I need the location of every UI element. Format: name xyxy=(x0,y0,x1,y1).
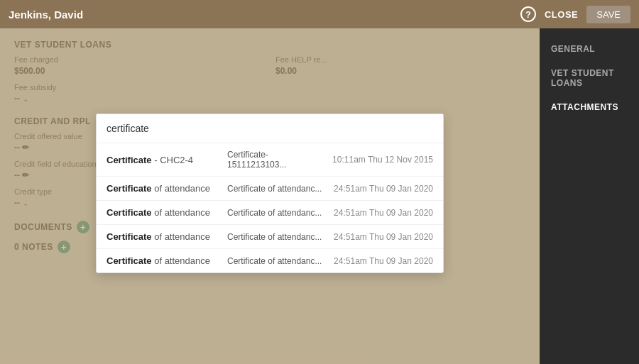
close-button[interactable]: CLOSE xyxy=(545,9,578,20)
header-actions: ? CLOSE SAVE xyxy=(520,6,630,23)
item-filename: Certificate-15111213103... xyxy=(220,150,332,170)
autocomplete-item[interactable]: Certificate of attendanceCertificate of … xyxy=(97,177,443,201)
item-filename: Certificate of attendanc... xyxy=(220,256,334,266)
sidebar-item-vet-student-loans[interactable]: VET STUDENT LOANS xyxy=(540,62,639,94)
item-name: Certificate of attendance xyxy=(106,183,220,194)
item-date: 24:51am Thu 09 Jan 2020 xyxy=(334,256,433,266)
autocomplete-item[interactable]: Certificate - CHC2-4Certificate-15111213… xyxy=(97,143,443,177)
autocomplete-container: Certificate - CHC2-4Certificate-15111213… xyxy=(96,114,444,273)
sidebar: GENERAL VET STUDENT LOANS ATTACHMENTS xyxy=(540,28,639,364)
search-input[interactable] xyxy=(97,114,443,143)
autocomplete-item[interactable]: Certificate of attendanceCertificate of … xyxy=(97,249,443,272)
item-date: 24:51am Thu 09 Jan 2020 xyxy=(334,184,433,194)
autocomplete-item[interactable]: Certificate of attendanceCertificate of … xyxy=(97,225,443,249)
page-title: Jenkins, David xyxy=(9,9,83,21)
help-icon[interactable]: ? xyxy=(520,6,536,22)
main-layout: VET STUDENT LOANS Fee charged $500.00 Fe… xyxy=(0,28,639,364)
autocomplete-item[interactable]: Certificate of attendanceCertificate of … xyxy=(97,201,443,225)
save-button[interactable]: SAVE xyxy=(586,6,630,23)
item-date: 24:51am Thu 09 Jan 2020 xyxy=(334,208,433,218)
item-filename: Certificate of attendanc... xyxy=(220,184,334,194)
item-name: Certificate - CHC2-4 xyxy=(106,155,220,165)
header: Jenkins, David ? CLOSE SAVE xyxy=(0,0,639,28)
item-filename: Certificate of attendanc... xyxy=(220,208,334,218)
item-filename: Certificate of attendanc... xyxy=(220,232,334,242)
item-date: 10:11am Thu 12 Nov 2015 xyxy=(332,155,433,165)
item-name: Certificate of attendance xyxy=(106,231,220,242)
item-name: Certificate of attendance xyxy=(106,255,220,266)
sidebar-item-general[interactable]: GENERAL xyxy=(540,38,639,60)
autocomplete-list: Certificate - CHC2-4Certificate-15111213… xyxy=(97,143,443,272)
sidebar-item-attachments[interactable]: ATTACHMENTS xyxy=(540,96,639,118)
item-date: 24:51am Thu 09 Jan 2020 xyxy=(334,232,433,242)
item-name: Certificate of attendance xyxy=(106,207,220,218)
content-area: VET STUDENT LOANS Fee charged $500.00 Fe… xyxy=(0,28,540,364)
